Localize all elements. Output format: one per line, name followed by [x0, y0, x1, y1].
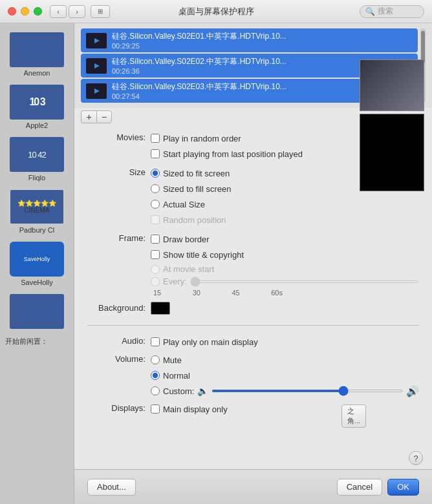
window-title: 桌面与屏幕保护程序: [178, 6, 254, 17]
scrollbar-thumb[interactable]: [421, 31, 425, 63]
size-fit-label[interactable]: Sized to fit screen: [163, 169, 230, 178]
at-movie-start-label[interactable]: At movie start: [163, 264, 214, 274]
sidebar-label-apple2: Apple2: [26, 121, 48, 129]
add-button[interactable]: +: [81, 110, 96, 123]
audio-row: Audio: Play only on main display: [87, 335, 419, 349]
custom-label[interactable]: Custom:: [163, 386, 194, 396]
last-position-checkbox[interactable]: [151, 149, 160, 158]
playlist-thumb-0: [86, 33, 107, 48]
size-actual-row: Actual Size: [151, 197, 419, 211]
help-button[interactable]: ?: [409, 451, 423, 465]
size-fit-radio[interactable]: [151, 169, 160, 178]
audio-main-display-label[interactable]: Play only on main display: [163, 337, 258, 347]
video-icon-1: [90, 61, 103, 70]
playlist-info-0: 硅谷.Silicon.Valley.S02E01.中英字幕.HDTVrip.10…: [112, 31, 413, 50]
draw-border-row: Draw border: [151, 232, 419, 246]
playlist-thumb-1: [86, 58, 107, 74]
at-movie-start-radio[interactable]: [151, 265, 160, 274]
volume-label: Volume:: [87, 353, 146, 364]
displays-label: Displays:: [87, 402, 146, 413]
show-title-row: Show title & copyright: [151, 247, 419, 262]
video-icon-2: [90, 87, 103, 96]
show-title-label[interactable]: Show title & copyright: [163, 250, 244, 260]
random-order-label[interactable]: Play in random order: [163, 134, 241, 143]
remove-button[interactable]: −: [96, 110, 112, 123]
audio-main-display-checkbox[interactable]: [151, 337, 160, 346]
sidebar-item-unknown[interactable]: [0, 290, 74, 333]
show-title-checkbox[interactable]: [151, 250, 160, 259]
sidebar-thumb-anemon: [10, 32, 64, 67]
movies-label: Movies:: [87, 131, 146, 142]
size-fill-label[interactable]: Sized to fill screen: [163, 184, 232, 194]
frame-slider[interactable]: [190, 280, 419, 283]
background-label: Background:: [87, 302, 146, 313]
close-button[interactable]: [8, 7, 16, 16]
cancel-button[interactable]: Cancel: [337, 479, 382, 496]
sidebar: Anemon 10 3 Apple2 10 42 Fliqlo ⭐⭐⭐⭐⭐CIN…: [0, 23, 74, 504]
search-placeholder: 搜索: [378, 6, 393, 17]
sidebar-item-apple2[interactable]: 10 3 Apple2: [0, 81, 74, 133]
displays-controls: Main display only: [151, 402, 419, 416]
draw-border-label[interactable]: Draw border: [163, 235, 210, 244]
audio-label: Audio:: [87, 335, 146, 346]
slider-container: At movie start Every: 15 30 45 60s: [151, 264, 419, 297]
frame-label: Frame:: [87, 232, 146, 243]
about-button[interactable]: About...: [87, 479, 136, 496]
av-settings-form: Audio: Play only on main display Volume:…: [74, 330, 432, 421]
sidebar-item-fliqlo[interactable]: 10 42 Fliqlo: [0, 133, 74, 185]
size-fill-radio[interactable]: [151, 184, 160, 193]
main-display-checkbox[interactable]: [151, 404, 160, 414]
main-layout: Anemon 10 3 Apple2 10 42 Fliqlo ⭐⭐⭐⭐⭐CIN…: [0, 23, 432, 504]
mute-label[interactable]: Mute: [163, 355, 182, 365]
playlist-item-0[interactable]: 硅谷.Silicon.Valley.S02E01.中英字幕.HDTVrip.10…: [81, 28, 418, 52]
size-actual-label[interactable]: Actual Size: [163, 200, 205, 209]
normal-row: Normal: [151, 368, 419, 383]
background-color-row: [151, 302, 419, 315]
random-order-checkbox[interactable]: [151, 134, 160, 143]
ok-button[interactable]: OK: [387, 479, 419, 496]
sidebar-item-anemon[interactable]: Anemon: [0, 28, 74, 81]
normal-radio[interactable]: [151, 371, 160, 380]
traffic-lights: [8, 7, 42, 16]
background-row: Background:: [87, 302, 419, 316]
volume-high-icon: 🔊: [406, 385, 419, 397]
every-radio[interactable]: [151, 277, 160, 286]
draw-border-checkbox[interactable]: [151, 235, 160, 244]
main-display-only-row: Main display only: [151, 402, 419, 416]
sidebar-item-padbury[interactable]: ⭐⭐⭐⭐⭐CINEMA Padbury Cl: [0, 185, 74, 238]
video-icon: [90, 36, 103, 45]
playlist-duration-0: 00:29:25: [112, 42, 413, 50]
background-color-box[interactable]: [151, 302, 170, 315]
preview-area: [360, 59, 424, 111]
sidebar-label-saveholly: SaveHolly: [21, 278, 53, 286]
mute-row: Mute: [151, 353, 419, 367]
minimize-button[interactable]: [21, 7, 29, 16]
right-panel: 硅谷.Silicon.Valley.S02E01.中英字幕.HDTVrip.10…: [74, 23, 432, 504]
search-box[interactable]: 🔍 搜索: [360, 5, 424, 18]
normal-label[interactable]: Normal: [163, 371, 190, 381]
forward-button[interactable]: ›: [69, 5, 85, 18]
sidebar-item-saveholly[interactable]: SaveHolly SaveHolly: [0, 238, 74, 290]
audio-main-display-row: Play only on main display: [151, 335, 419, 349]
section-divider-1: [87, 325, 419, 326]
last-position-label[interactable]: Start playing from last position played: [163, 149, 303, 159]
random-position-label[interactable]: Random position: [163, 215, 226, 225]
mute-radio[interactable]: [151, 355, 160, 364]
random-position-checkbox[interactable]: [151, 215, 160, 224]
sidebar-label-anemon: Anemon: [24, 69, 50, 77]
custom-radio[interactable]: [151, 386, 160, 395]
every-label[interactable]: Every:: [163, 277, 187, 286]
back-button[interactable]: ‹: [50, 5, 67, 18]
bottom-bar: About... Cancel OK: [74, 469, 432, 504]
displays-row: Displays: Main display only: [87, 402, 419, 416]
volume-slider[interactable]: [211, 390, 403, 392]
maximize-button[interactable]: [34, 7, 42, 16]
grid-button[interactable]: ⊞: [91, 5, 110, 18]
main-display-label[interactable]: Main display only: [163, 404, 228, 414]
preview-image: [360, 60, 424, 110]
size-actual-radio[interactable]: [151, 200, 160, 209]
audio-controls: Play only on main display: [151, 335, 419, 349]
slider-label-60: 60s: [271, 289, 283, 297]
corner-button[interactable]: 之角...: [341, 404, 366, 428]
background-controls: [151, 302, 419, 315]
